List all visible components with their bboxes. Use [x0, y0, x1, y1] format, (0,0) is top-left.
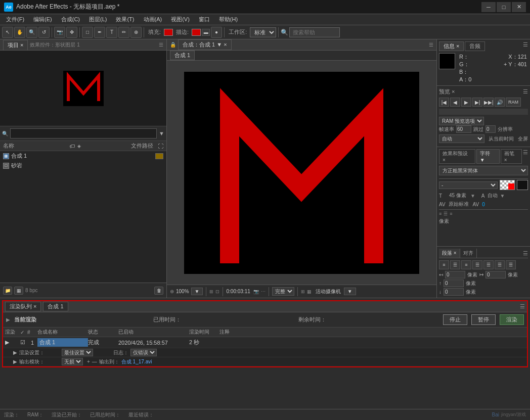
tab-brush[interactable]: 画笔 × [501, 149, 522, 164]
tab-audio[interactable]: 音频 [465, 41, 485, 51]
camera-tool[interactable]: 📷 [54, 27, 65, 38]
tab-paragraph[interactable]: 段落 × [439, 249, 460, 258]
comp-tab-main[interactable]: 合成：合成 1 ▼ × [178, 39, 232, 50]
last-frame-btn[interactable]: ▶▶| [483, 98, 494, 107]
expand-arrow[interactable]: ▶ [6, 317, 10, 322]
render-queue-tab[interactable]: 渲染队列 × [5, 302, 41, 311]
play-btn[interactable]: ▶ [461, 98, 471, 107]
menu-help[interactable]: 帮助(H) [215, 15, 242, 24]
color-picker-icon[interactable] [500, 180, 515, 190]
tab-info[interactable]: 信息 × [439, 41, 464, 51]
rect-tool[interactable]: □ [82, 27, 93, 38]
render-row[interactable]: ▶ ☑ 1 合成 1 完成 2020/4/26, 15:58:57 2 秒 [3, 337, 527, 348]
rotation-tool[interactable]: ↺ [38, 27, 50, 38]
render-panel-menu[interactable]: ☰ [520, 303, 525, 310]
menu-layer[interactable]: 图层(L) [85, 15, 111, 24]
first-frame-btn[interactable]: |◀ [439, 98, 449, 107]
tab-effects-presets[interactable]: 效果和预设 × [439, 149, 475, 164]
align-left-btn[interactable]: ≡ [439, 260, 449, 269]
stop-btn[interactable]: 停止 [443, 314, 467, 325]
text-tool[interactable]: T [106, 27, 117, 38]
info-panel-menu[interactable]: ☰ [523, 41, 528, 51]
pause-btn[interactable]: 暂停 [471, 314, 496, 325]
ram-preview-btn[interactable]: RAM [506, 98, 521, 107]
ram-options-dropdown[interactable]: RAM 预览选项 [439, 117, 484, 125]
menu-window[interactable]: 窗口 [195, 15, 214, 24]
align-right-btn[interactable]: ≡ [461, 260, 471, 269]
output-plus-icon[interactable]: + [87, 359, 90, 364]
justify-left-btn[interactable]: ☰ [472, 260, 482, 269]
comp-name-tab[interactable]: 合成 1 [170, 51, 195, 60]
tab-align[interactable]: 对齐 [460, 249, 477, 258]
maximize-button[interactable]: □ [497, 2, 511, 12]
audio-btn[interactable]: 🔊 [495, 98, 505, 107]
comp1-tab[interactable]: 合成 1 [43, 302, 68, 311]
font-style-select[interactable]: - [439, 181, 498, 189]
effects-panel-menu[interactable]: ☰ [523, 149, 528, 164]
puppet-tool[interactable]: ⊕ [130, 27, 142, 38]
transparency-grid[interactable]: ▦ [307, 289, 312, 294]
menu-effects[interactable]: 效果(T) [112, 15, 138, 24]
list-item[interactable]: ▦ 合成 1 [0, 151, 166, 161]
zoom-dropdown[interactable]: ▼ [191, 288, 203, 295]
hand-tool[interactable]: ✋ [14, 27, 25, 38]
stroke-color-swatch[interactable] [192, 29, 201, 36]
minimize-button[interactable]: ─ [481, 2, 496, 12]
help-search-input[interactable] [289, 27, 340, 37]
stroke-color-icon[interactable] [517, 180, 528, 190]
menu-animation[interactable]: 动画(A) [140, 15, 166, 24]
menu-edit[interactable]: 编辑(E) [29, 15, 56, 24]
render-btn[interactable]: 渲染 [500, 314, 524, 325]
stroke-weight[interactable]: ● [211, 27, 222, 38]
resolution-dropdown[interactable]: 自动 [439, 134, 484, 143]
right-indent-input[interactable] [485, 271, 506, 278]
menu-view[interactable]: 视图(V) [167, 15, 194, 24]
space-after-input[interactable] [444, 288, 464, 296]
menu-file[interactable]: 文件(F) [2, 15, 28, 24]
stroke-options[interactable]: ▬ [202, 29, 210, 36]
expand-icon-2[interactable]: ▶ [13, 359, 17, 364]
fill-color-swatch[interactable] [164, 29, 173, 36]
skip-input[interactable] [485, 125, 496, 133]
framerate-input[interactable] [456, 125, 471, 133]
preview-panel-menu[interactable]: ☰ [523, 88, 528, 95]
justify-center-btn[interactable]: ☰ [483, 260, 494, 269]
output-file-link[interactable]: 合成 1_17.avi [121, 358, 152, 365]
list-item[interactable]: □ 砂岩 [0, 161, 166, 170]
align-icon-1[interactable]: ≡ [439, 211, 441, 216]
output-module-dropdown[interactable]: 无损 [62, 358, 83, 365]
brush-tool[interactable]: ✏ [118, 27, 129, 38]
space-before-input[interactable] [444, 279, 464, 287]
align-icon-3[interactable]: ≡ [450, 211, 452, 216]
justify-full-btn[interactable]: ☰ [506, 260, 516, 269]
tab-character[interactable]: 字符 ▼ [476, 149, 500, 164]
expand-icon[interactable]: ▶ [13, 350, 17, 355]
log-dropdown[interactable]: 仅错误 [130, 349, 157, 356]
align-panel-menu[interactable]: ☰ [523, 250, 528, 257]
expand-col[interactable]: ▶ [5, 339, 20, 346]
zoom-tool[interactable]: 🔍 [26, 27, 37, 38]
pan-tool[interactable]: ✥ [66, 27, 77, 38]
camera-options-dropdown[interactable]: ▼ [344, 288, 356, 295]
left-indent-input[interactable] [445, 271, 465, 278]
region-of-interest[interactable]: ⊞ [301, 289, 305, 294]
justify-right-btn[interactable]: ☰ [495, 260, 505, 269]
align-center-btn[interactable]: ☰ [450, 260, 460, 269]
prev-frame-btn[interactable]: ◀ [450, 98, 460, 107]
tab-project[interactable]: 项目 × [3, 40, 28, 50]
font-select[interactable]: 方正粗黑宋简体 [439, 166, 528, 175]
comp-panel-menu[interactable]: ☰ [429, 42, 433, 48]
render-settings-dropdown[interactable]: 最佳设置 [62, 349, 93, 356]
quality-dropdown[interactable]: 完整 [272, 287, 294, 296]
menu-composition[interactable]: 合成(C) [57, 15, 84, 24]
next-frame-btn[interactable]: ▶| [472, 98, 482, 107]
pen-tool[interactable]: ✒ [94, 27, 105, 38]
comp-viewer[interactable] [167, 61, 436, 285]
check-col[interactable]: ☑ [20, 339, 27, 346]
new-folder-btn[interactable]: 📁 [3, 287, 12, 295]
close-button[interactable]: ✕ [512, 2, 526, 12]
align-icon-2[interactable]: ☰ [444, 211, 448, 216]
new-comp-btn[interactable]: ▦ [14, 287, 23, 295]
panel-menu-icon[interactable]: ☰ [159, 42, 163, 48]
project-search-input[interactable] [10, 128, 157, 138]
